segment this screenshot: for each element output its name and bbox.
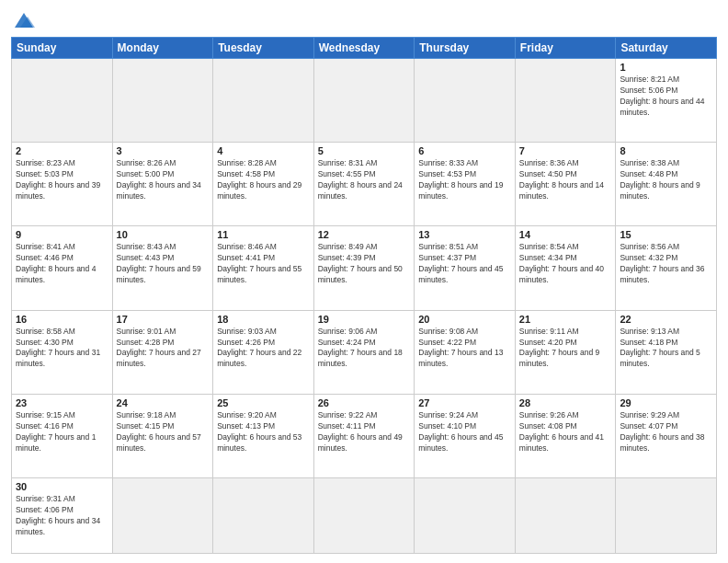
weekday-header-thursday: Thursday [415, 38, 516, 59]
day-info: Sunrise: 9:01 AMSunset: 4:28 PMDaylight:… [117, 327, 210, 371]
calendar-cell [112, 59, 213, 143]
calendar-cell [12, 59, 113, 143]
day-number: 25 [217, 397, 310, 408]
weekday-header-saturday: Saturday [616, 38, 717, 59]
day-number: 8 [620, 145, 712, 156]
day-info: Sunrise: 9:13 AMSunset: 4:18 PMDaylight:… [620, 327, 712, 371]
day-info: Sunrise: 9:20 AMSunset: 4:13 PMDaylight:… [217, 410, 310, 454]
calendar-cell: 8Sunrise: 8:38 AMSunset: 4:48 PMDaylight… [616, 143, 717, 226]
day-number: 24 [117, 397, 210, 408]
weekday-header-sunday: Sunday [12, 38, 113, 59]
calendar-cell: 18Sunrise: 9:03 AMSunset: 4:26 PMDayligh… [213, 310, 314, 394]
day-number: 16 [16, 314, 108, 325]
day-info: Sunrise: 9:22 AMSunset: 4:11 PMDaylight:… [318, 410, 411, 454]
calendar-cell: 28Sunrise: 9:26 AMSunset: 4:08 PMDayligh… [515, 394, 616, 477]
calendar-cell: 21Sunrise: 9:11 AMSunset: 4:20 PMDayligh… [515, 310, 616, 394]
day-info: Sunrise: 8:36 AMSunset: 4:50 PMDaylight:… [519, 158, 612, 202]
calendar-cell: 24Sunrise: 9:18 AMSunset: 4:15 PMDayligh… [112, 394, 213, 477]
day-number: 21 [519, 314, 612, 325]
calendar-cell: 23Sunrise: 9:15 AMSunset: 4:16 PMDayligh… [12, 394, 113, 477]
day-number: 26 [318, 397, 411, 408]
calendar-cell: 25Sunrise: 9:20 AMSunset: 4:13 PMDayligh… [213, 394, 314, 477]
day-number: 12 [318, 229, 411, 240]
day-info: Sunrise: 8:46 AMSunset: 4:41 PMDaylight:… [217, 242, 310, 286]
day-info: Sunrise: 8:28 AMSunset: 4:58 PMDaylight:… [217, 158, 310, 202]
day-number: 1 [620, 62, 712, 73]
calendar-cell: 27Sunrise: 9:24 AMSunset: 4:10 PMDayligh… [415, 394, 516, 477]
day-info: Sunrise: 8:21 AMSunset: 5:06 PMDaylight:… [620, 75, 712, 119]
day-number: 3 [117, 145, 210, 156]
day-info: Sunrise: 9:06 AMSunset: 4:24 PMDaylight:… [318, 327, 411, 371]
calendar-cell [415, 59, 516, 143]
calendar-cell: 2Sunrise: 8:23 AMSunset: 5:03 PMDaylight… [12, 143, 113, 226]
day-info: Sunrise: 8:54 AMSunset: 4:34 PMDaylight:… [519, 242, 612, 286]
day-info: Sunrise: 8:49 AMSunset: 4:39 PMDaylight:… [318, 242, 411, 286]
day-number: 6 [418, 145, 511, 156]
weekday-header-wednesday: Wednesday [313, 38, 415, 59]
calendar-cell [112, 478, 213, 554]
day-number: 28 [519, 397, 612, 408]
day-number: 27 [418, 397, 511, 408]
day-info: Sunrise: 9:26 AMSunset: 4:08 PMDaylight:… [519, 410, 612, 454]
calendar-cell [415, 478, 516, 554]
calendar-cell: 12Sunrise: 8:49 AMSunset: 4:39 PMDayligh… [313, 226, 415, 310]
calendar-cell: 1Sunrise: 8:21 AMSunset: 5:06 PMDaylight… [616, 59, 717, 143]
calendar-cell: 17Sunrise: 9:01 AMSunset: 4:28 PMDayligh… [112, 310, 213, 394]
day-info: Sunrise: 9:15 AMSunset: 4:16 PMDaylight:… [16, 410, 108, 454]
day-number: 9 [16, 229, 108, 240]
calendar-cell: 20Sunrise: 9:08 AMSunset: 4:22 PMDayligh… [415, 310, 516, 394]
day-info: Sunrise: 8:41 AMSunset: 4:46 PMDaylight:… [16, 242, 108, 286]
week-row-0: 1Sunrise: 8:21 AMSunset: 5:06 PMDaylight… [12, 59, 717, 143]
day-info: Sunrise: 8:58 AMSunset: 4:30 PMDaylight:… [16, 327, 108, 371]
day-number: 11 [217, 229, 310, 240]
day-info: Sunrise: 8:23 AMSunset: 5:03 PMDaylight:… [16, 158, 108, 202]
day-info: Sunrise: 8:31 AMSunset: 4:55 PMDaylight:… [318, 158, 411, 202]
weekday-header-friday: Friday [515, 38, 616, 59]
calendar-cell: 14Sunrise: 8:54 AMSunset: 4:34 PMDayligh… [515, 226, 616, 310]
week-row-2: 9Sunrise: 8:41 AMSunset: 4:46 PMDaylight… [12, 226, 717, 310]
day-number: 29 [620, 397, 712, 408]
day-info: Sunrise: 9:11 AMSunset: 4:20 PMDaylight:… [519, 327, 612, 371]
week-row-5: 30Sunrise: 9:31 AMSunset: 4:06 PMDayligh… [12, 478, 717, 554]
day-number: 15 [620, 229, 712, 240]
day-number: 13 [418, 229, 511, 240]
calendar-cell: 30Sunrise: 9:31 AMSunset: 4:06 PMDayligh… [12, 478, 113, 554]
day-info: Sunrise: 8:43 AMSunset: 4:43 PMDaylight:… [117, 242, 210, 286]
week-row-3: 16Sunrise: 8:58 AMSunset: 4:30 PMDayligh… [12, 310, 717, 394]
calendar-cell [213, 59, 314, 143]
day-info: Sunrise: 8:38 AMSunset: 4:48 PMDaylight:… [620, 158, 712, 202]
calendar-cell: 3Sunrise: 8:26 AMSunset: 5:00 PMDaylight… [112, 143, 213, 226]
day-info: Sunrise: 9:18 AMSunset: 4:15 PMDaylight:… [117, 410, 210, 454]
calendar-cell [515, 59, 616, 143]
calendar-cell: 26Sunrise: 9:22 AMSunset: 4:11 PMDayligh… [313, 394, 415, 477]
day-number: 22 [620, 314, 712, 325]
day-info: Sunrise: 9:24 AMSunset: 4:10 PMDaylight:… [418, 410, 511, 454]
day-info: Sunrise: 9:31 AMSunset: 4:06 PMDaylight:… [16, 494, 108, 538]
day-info: Sunrise: 9:29 AMSunset: 4:07 PMDaylight:… [620, 410, 712, 454]
day-number: 17 [117, 314, 210, 325]
calendar-cell [213, 478, 314, 554]
day-number: 30 [16, 481, 108, 492]
day-info: Sunrise: 8:33 AMSunset: 4:53 PMDaylight:… [418, 158, 511, 202]
day-number: 23 [16, 397, 108, 408]
calendar-cell [515, 478, 616, 554]
calendar-cell: 7Sunrise: 8:36 AMSunset: 4:50 PMDaylight… [515, 143, 616, 226]
day-number: 10 [117, 229, 210, 240]
calendar-cell [616, 478, 717, 554]
calendar-cell: 29Sunrise: 9:29 AMSunset: 4:07 PMDayligh… [616, 394, 717, 477]
calendar-cell: 19Sunrise: 9:06 AMSunset: 4:24 PMDayligh… [313, 310, 415, 394]
day-number: 2 [16, 145, 108, 156]
day-number: 7 [519, 145, 612, 156]
calendar-cell: 16Sunrise: 8:58 AMSunset: 4:30 PMDayligh… [12, 310, 113, 394]
day-number: 20 [418, 314, 511, 325]
day-number: 14 [519, 229, 612, 240]
logo [11, 9, 40, 31]
day-info: Sunrise: 8:56 AMSunset: 4:32 PMDaylight:… [620, 242, 712, 286]
page: SundayMondayTuesdayWednesdayThursdayFrid… [0, 0, 728, 563]
day-info: Sunrise: 8:26 AMSunset: 5:00 PMDaylight:… [117, 158, 210, 202]
calendar-cell: 13Sunrise: 8:51 AMSunset: 4:37 PMDayligh… [415, 226, 516, 310]
weekday-header-monday: Monday [112, 38, 213, 59]
logo-icon [11, 9, 37, 31]
day-number: 4 [217, 145, 310, 156]
calendar-cell [313, 478, 415, 554]
